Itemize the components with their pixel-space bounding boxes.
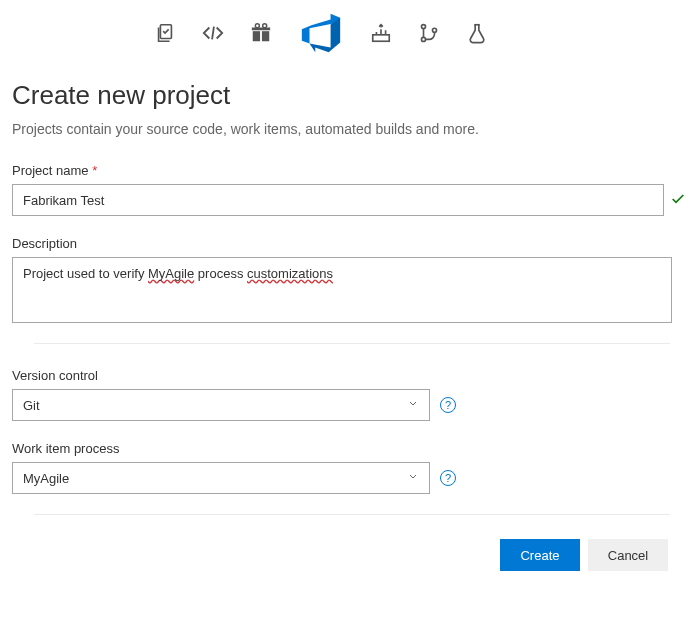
desc-text-squiggle: MyAgile xyxy=(148,266,194,281)
version-control-label: Version control xyxy=(12,368,686,383)
required-marker: * xyxy=(92,163,97,178)
desc-text: process xyxy=(194,266,247,281)
project-name-label: Project name * xyxy=(12,163,686,178)
work-item-process-field: Work item process MyAgile ? xyxy=(12,441,686,494)
chevron-down-icon xyxy=(407,471,419,486)
version-control-select[interactable]: Git xyxy=(12,389,430,421)
work-item-process-label: Work item process xyxy=(12,441,686,456)
service-icons-row xyxy=(12,10,686,56)
code-icon[interactable] xyxy=(202,22,224,44)
select-value: Git xyxy=(23,398,40,413)
desc-text: Project used to verify xyxy=(23,266,148,281)
divider xyxy=(34,514,670,515)
description-input[interactable]: Project used to verify MyAgile process c… xyxy=(12,257,672,323)
svg-rect-3 xyxy=(252,28,270,31)
boards-icon[interactable] xyxy=(154,22,176,44)
svg-rect-1 xyxy=(253,31,260,41)
page-title: Create new project xyxy=(12,80,686,111)
svg-point-4 xyxy=(255,24,259,28)
work-item-process-select[interactable]: MyAgile xyxy=(12,462,430,494)
svg-point-9 xyxy=(432,28,436,32)
chevron-down-icon xyxy=(407,398,419,413)
gift-icon[interactable] xyxy=(250,22,272,44)
project-name-input[interactable] xyxy=(12,184,664,216)
version-control-field: Version control Git ? xyxy=(12,368,686,421)
pipelines-icon[interactable] xyxy=(370,22,392,44)
azure-devops-icon[interactable] xyxy=(298,10,344,56)
repos-icon[interactable] xyxy=(418,22,440,44)
svg-rect-2 xyxy=(262,31,269,41)
page-subtitle: Projects contain your source code, work … xyxy=(12,121,686,137)
select-value: MyAgile xyxy=(23,471,69,486)
svg-point-7 xyxy=(421,25,425,29)
svg-rect-6 xyxy=(373,35,390,41)
cancel-button[interactable]: Cancel xyxy=(588,539,668,571)
description-label: Description xyxy=(12,236,686,251)
description-field: Description Project used to verify MyAgi… xyxy=(12,236,686,323)
label-text: Project name xyxy=(12,163,89,178)
checkmark-icon xyxy=(670,191,686,210)
desc-text-squiggle: customizations xyxy=(247,266,333,281)
help-icon[interactable]: ? xyxy=(440,397,456,413)
project-name-field: Project name * xyxy=(12,163,686,216)
svg-point-8 xyxy=(421,37,425,41)
create-button[interactable]: Create xyxy=(500,539,580,571)
button-row: Create Cancel xyxy=(12,539,686,571)
test-icon[interactable] xyxy=(466,22,488,44)
help-icon[interactable]: ? xyxy=(440,470,456,486)
svg-point-5 xyxy=(263,24,267,28)
divider xyxy=(34,343,670,344)
